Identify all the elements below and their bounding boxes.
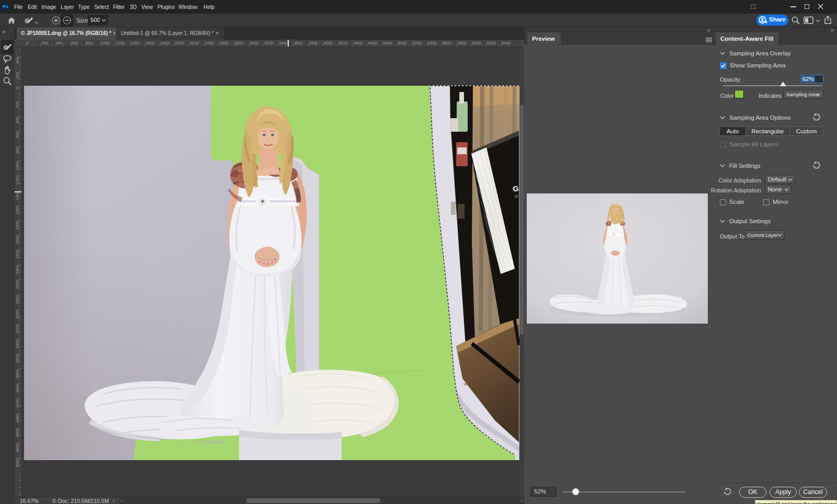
svg-text:O: O (515, 194, 518, 199)
svg-text:G: G (513, 184, 519, 193)
